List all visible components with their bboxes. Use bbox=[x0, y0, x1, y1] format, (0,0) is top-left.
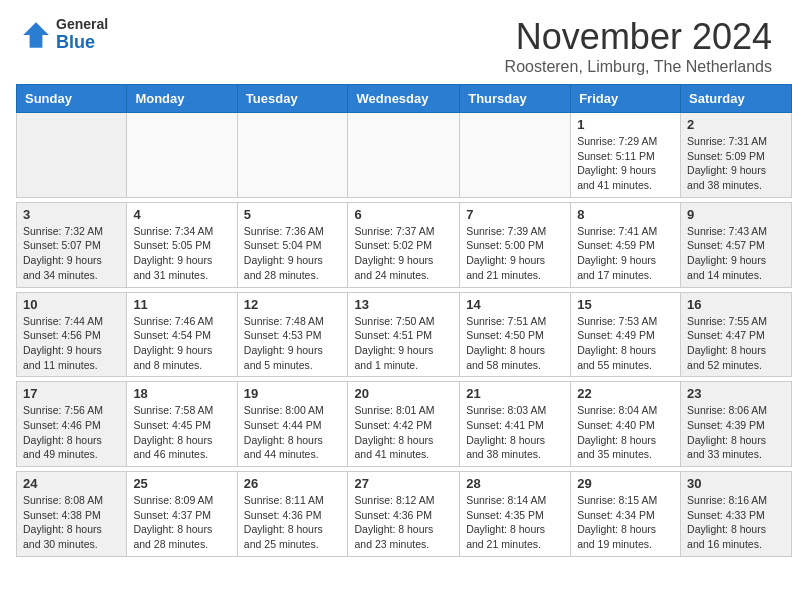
day-number: 20 bbox=[354, 386, 453, 401]
day-info: Sunrise: 7:50 AM Sunset: 4:51 PM Dayligh… bbox=[354, 314, 453, 373]
table-row: 25Sunrise: 8:09 AM Sunset: 4:37 PM Dayli… bbox=[127, 472, 237, 557]
day-number: 15 bbox=[577, 297, 674, 312]
calendar-week-row: 17Sunrise: 7:56 AM Sunset: 4:46 PM Dayli… bbox=[17, 382, 792, 467]
table-row bbox=[127, 113, 237, 198]
day-info: Sunrise: 7:58 AM Sunset: 4:45 PM Dayligh… bbox=[133, 403, 230, 462]
table-row: 2Sunrise: 7:31 AM Sunset: 5:09 PM Daylig… bbox=[681, 113, 792, 198]
day-number: 22 bbox=[577, 386, 674, 401]
calendar-week-row: 10Sunrise: 7:44 AM Sunset: 4:56 PM Dayli… bbox=[17, 292, 792, 377]
day-number: 13 bbox=[354, 297, 453, 312]
calendar: Sunday Monday Tuesday Wednesday Thursday… bbox=[16, 84, 792, 557]
day-info: Sunrise: 8:16 AM Sunset: 4:33 PM Dayligh… bbox=[687, 493, 785, 552]
day-info: Sunrise: 7:43 AM Sunset: 4:57 PM Dayligh… bbox=[687, 224, 785, 283]
day-info: Sunrise: 8:04 AM Sunset: 4:40 PM Dayligh… bbox=[577, 403, 674, 462]
table-row: 4Sunrise: 7:34 AM Sunset: 5:05 PM Daylig… bbox=[127, 202, 237, 287]
table-row: 8Sunrise: 7:41 AM Sunset: 4:59 PM Daylig… bbox=[571, 202, 681, 287]
header-monday: Monday bbox=[127, 85, 237, 113]
day-info: Sunrise: 8:14 AM Sunset: 4:35 PM Dayligh… bbox=[466, 493, 564, 552]
day-info: Sunrise: 7:53 AM Sunset: 4:49 PM Dayligh… bbox=[577, 314, 674, 373]
table-row: 26Sunrise: 8:11 AM Sunset: 4:36 PM Dayli… bbox=[237, 472, 348, 557]
day-number: 18 bbox=[133, 386, 230, 401]
day-number: 11 bbox=[133, 297, 230, 312]
header-wednesday: Wednesday bbox=[348, 85, 460, 113]
calendar-week-row: 1Sunrise: 7:29 AM Sunset: 5:11 PM Daylig… bbox=[17, 113, 792, 198]
day-number: 17 bbox=[23, 386, 120, 401]
logo-general: General bbox=[56, 16, 108, 32]
table-row: 23Sunrise: 8:06 AM Sunset: 4:39 PM Dayli… bbox=[681, 382, 792, 467]
day-number: 26 bbox=[244, 476, 342, 491]
table-row: 22Sunrise: 8:04 AM Sunset: 4:40 PM Dayli… bbox=[571, 382, 681, 467]
day-info: Sunrise: 7:36 AM Sunset: 5:04 PM Dayligh… bbox=[244, 224, 342, 283]
logo: General Blue bbox=[20, 16, 108, 53]
day-number: 14 bbox=[466, 297, 564, 312]
day-number: 1 bbox=[577, 117, 674, 132]
table-row: 28Sunrise: 8:14 AM Sunset: 4:35 PM Dayli… bbox=[460, 472, 571, 557]
day-number: 9 bbox=[687, 207, 785, 222]
table-row: 6Sunrise: 7:37 AM Sunset: 5:02 PM Daylig… bbox=[348, 202, 460, 287]
day-number: 28 bbox=[466, 476, 564, 491]
day-info: Sunrise: 8:08 AM Sunset: 4:38 PM Dayligh… bbox=[23, 493, 120, 552]
table-row: 14Sunrise: 7:51 AM Sunset: 4:50 PM Dayli… bbox=[460, 292, 571, 377]
day-number: 6 bbox=[354, 207, 453, 222]
table-row: 1Sunrise: 7:29 AM Sunset: 5:11 PM Daylig… bbox=[571, 113, 681, 198]
table-row: 7Sunrise: 7:39 AM Sunset: 5:00 PM Daylig… bbox=[460, 202, 571, 287]
day-number: 27 bbox=[354, 476, 453, 491]
day-info: Sunrise: 8:01 AM Sunset: 4:42 PM Dayligh… bbox=[354, 403, 453, 462]
calendar-header-row: Sunday Monday Tuesday Wednesday Thursday… bbox=[17, 85, 792, 113]
day-number: 12 bbox=[244, 297, 342, 312]
table-row: 27Sunrise: 8:12 AM Sunset: 4:36 PM Dayli… bbox=[348, 472, 460, 557]
day-info: Sunrise: 8:03 AM Sunset: 4:41 PM Dayligh… bbox=[466, 403, 564, 462]
day-number: 16 bbox=[687, 297, 785, 312]
day-info: Sunrise: 7:37 AM Sunset: 5:02 PM Dayligh… bbox=[354, 224, 453, 283]
day-info: Sunrise: 7:48 AM Sunset: 4:53 PM Dayligh… bbox=[244, 314, 342, 373]
day-number: 19 bbox=[244, 386, 342, 401]
table-row: 13Sunrise: 7:50 AM Sunset: 4:51 PM Dayli… bbox=[348, 292, 460, 377]
page-header: General Blue November 2024 Roosteren, Li… bbox=[0, 0, 792, 84]
table-row: 12Sunrise: 7:48 AM Sunset: 4:53 PM Dayli… bbox=[237, 292, 348, 377]
table-row: 10Sunrise: 7:44 AM Sunset: 4:56 PM Dayli… bbox=[17, 292, 127, 377]
day-info: Sunrise: 8:00 AM Sunset: 4:44 PM Dayligh… bbox=[244, 403, 342, 462]
table-row: 29Sunrise: 8:15 AM Sunset: 4:34 PM Dayli… bbox=[571, 472, 681, 557]
day-info: Sunrise: 8:11 AM Sunset: 4:36 PM Dayligh… bbox=[244, 493, 342, 552]
table-row: 20Sunrise: 8:01 AM Sunset: 4:42 PM Dayli… bbox=[348, 382, 460, 467]
header-friday: Friday bbox=[571, 85, 681, 113]
location: Roosteren, Limburg, The Netherlands bbox=[505, 58, 772, 76]
day-info: Sunrise: 7:46 AM Sunset: 4:54 PM Dayligh… bbox=[133, 314, 230, 373]
day-info: Sunrise: 8:09 AM Sunset: 4:37 PM Dayligh… bbox=[133, 493, 230, 552]
header-sunday: Sunday bbox=[17, 85, 127, 113]
day-number: 4 bbox=[133, 207, 230, 222]
day-number: 23 bbox=[687, 386, 785, 401]
day-number: 5 bbox=[244, 207, 342, 222]
table-row bbox=[460, 113, 571, 198]
table-row bbox=[17, 113, 127, 198]
day-number: 10 bbox=[23, 297, 120, 312]
table-row: 19Sunrise: 8:00 AM Sunset: 4:44 PM Dayli… bbox=[237, 382, 348, 467]
day-info: Sunrise: 7:29 AM Sunset: 5:11 PM Dayligh… bbox=[577, 134, 674, 193]
day-info: Sunrise: 7:34 AM Sunset: 5:05 PM Dayligh… bbox=[133, 224, 230, 283]
month-title: November 2024 bbox=[505, 16, 772, 58]
table-row: 3Sunrise: 7:32 AM Sunset: 5:07 PM Daylig… bbox=[17, 202, 127, 287]
header-thursday: Thursday bbox=[460, 85, 571, 113]
table-row: 21Sunrise: 8:03 AM Sunset: 4:41 PM Dayli… bbox=[460, 382, 571, 467]
day-number: 21 bbox=[466, 386, 564, 401]
table-row: 30Sunrise: 8:16 AM Sunset: 4:33 PM Dayli… bbox=[681, 472, 792, 557]
day-number: 8 bbox=[577, 207, 674, 222]
table-row bbox=[348, 113, 460, 198]
day-info: Sunrise: 7:41 AM Sunset: 4:59 PM Dayligh… bbox=[577, 224, 674, 283]
day-number: 29 bbox=[577, 476, 674, 491]
day-info: Sunrise: 8:12 AM Sunset: 4:36 PM Dayligh… bbox=[354, 493, 453, 552]
calendar-wrapper: Sunday Monday Tuesday Wednesday Thursday… bbox=[0, 84, 792, 565]
calendar-week-row: 3Sunrise: 7:32 AM Sunset: 5:07 PM Daylig… bbox=[17, 202, 792, 287]
day-info: Sunrise: 7:31 AM Sunset: 5:09 PM Dayligh… bbox=[687, 134, 785, 193]
day-info: Sunrise: 7:44 AM Sunset: 4:56 PM Dayligh… bbox=[23, 314, 120, 373]
day-number: 7 bbox=[466, 207, 564, 222]
table-row: 16Sunrise: 7:55 AM Sunset: 4:47 PM Dayli… bbox=[681, 292, 792, 377]
day-number: 2 bbox=[687, 117, 785, 132]
svg-marker-0 bbox=[23, 22, 49, 48]
logo-blue: Blue bbox=[56, 32, 108, 53]
calendar-week-row: 24Sunrise: 8:08 AM Sunset: 4:38 PM Dayli… bbox=[17, 472, 792, 557]
title-section: November 2024 Roosteren, Limburg, The Ne… bbox=[505, 16, 772, 76]
table-row: 9Sunrise: 7:43 AM Sunset: 4:57 PM Daylig… bbox=[681, 202, 792, 287]
table-row: 18Sunrise: 7:58 AM Sunset: 4:45 PM Dayli… bbox=[127, 382, 237, 467]
table-row: 17Sunrise: 7:56 AM Sunset: 4:46 PM Dayli… bbox=[17, 382, 127, 467]
